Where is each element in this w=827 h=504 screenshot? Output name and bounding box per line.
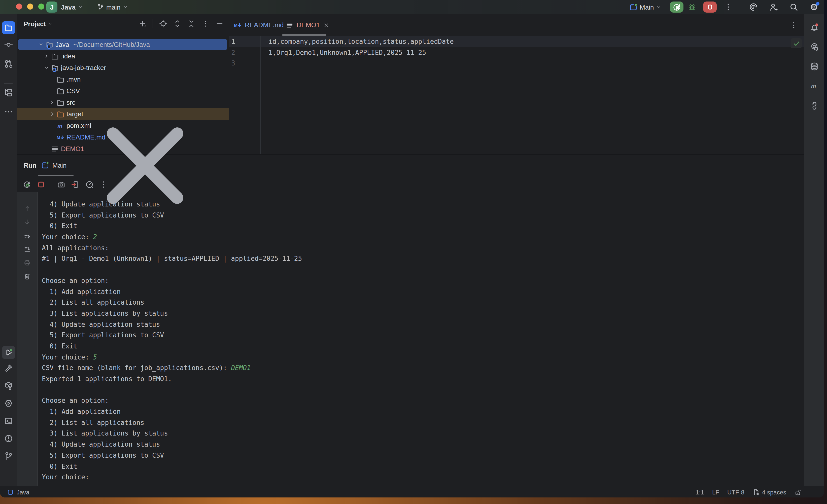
branch-selector[interactable]: main xyxy=(97,0,129,14)
project-selector[interactable]: Java xyxy=(61,0,84,14)
version-control-tool-button[interactable] xyxy=(4,452,13,461)
build-tool-button[interactable] xyxy=(4,363,13,372)
stop-button[interactable] xyxy=(703,2,717,13)
svg-text:M: M xyxy=(234,23,238,28)
txt-file-icon xyxy=(286,21,294,29)
close-icon[interactable] xyxy=(323,21,330,29)
ai-assistant-button[interactable] xyxy=(810,42,819,51)
expand-all-button-icon[interactable] xyxy=(173,20,181,28)
more-button-icon[interactable] xyxy=(99,180,108,189)
console-line: 5) Export applications to CSV xyxy=(42,330,798,341)
console-line: 0) Exit xyxy=(42,221,798,232)
hard-wrap-guide xyxy=(733,36,733,154)
editor-tab-demo1[interactable]: DEMO1 xyxy=(286,14,330,36)
print-button-icon[interactable] xyxy=(23,259,31,266)
left-toolbar-strip xyxy=(0,14,17,486)
folder-icon xyxy=(56,87,64,95)
notifications-button[interactable] xyxy=(810,23,819,32)
editor-line-1[interactable]: 1id,company,position,location,status,app… xyxy=(229,36,804,47)
editor-line-2[interactable]: 21,Org1,Demo1,Unknown1,APPLIED,2025-11-2… xyxy=(229,47,804,58)
run-panel-title[interactable]: Run xyxy=(24,155,37,176)
run-tool-button[interactable] xyxy=(2,346,15,359)
console-line xyxy=(42,385,798,395)
editor-line-3[interactable]: 3 xyxy=(229,58,804,69)
more-tool-windows-button[interactable] xyxy=(4,107,13,116)
options-button-icon[interactable] xyxy=(201,20,209,28)
inspections-widget[interactable] xyxy=(791,38,802,48)
structure-tool-button[interactable] xyxy=(4,88,13,97)
run-config-label: Main xyxy=(640,3,654,11)
zoom-window-button[interactable] xyxy=(38,4,44,10)
chevron-spacer xyxy=(49,134,55,141)
thread-dump-button-icon[interactable] xyxy=(57,180,65,189)
titlebar: J Java main Main xyxy=(0,0,824,15)
tree-item--idea[interactable]: .idea xyxy=(17,50,229,62)
file-encoding[interactable]: UTF-8 xyxy=(727,489,744,496)
search-everywhere-button[interactable] xyxy=(789,3,798,12)
more-actions-button[interactable] xyxy=(724,3,733,12)
gutter-separator xyxy=(260,36,261,154)
exit-button-icon[interactable] xyxy=(71,180,80,189)
commit-tool-button[interactable] xyxy=(4,40,13,49)
run-tab-label: Main xyxy=(52,162,66,169)
status-project[interactable]: Java xyxy=(7,489,30,496)
run-button[interactable] xyxy=(670,2,683,13)
folder-icon xyxy=(51,52,59,60)
divider xyxy=(4,83,13,84)
tree-item--mvn[interactable]: .mvn xyxy=(17,73,229,85)
terminal-tool-button[interactable] xyxy=(4,416,13,425)
next-occurrence-button-icon[interactable] xyxy=(23,218,31,225)
ide-window: J Java main Main xyxy=(0,0,824,497)
chevron-right-icon[interactable] xyxy=(43,53,50,59)
chevron-right-icon[interactable] xyxy=(49,111,55,117)
code-with-me-button[interactable] xyxy=(769,3,778,12)
python-packages-tool-button[interactable] xyxy=(4,381,13,390)
maven-tool-button[interactable]: m xyxy=(810,82,819,91)
pull-requests-tool-button[interactable] xyxy=(4,59,13,68)
problems-tool-button[interactable] xyxy=(4,434,13,443)
rerun-icon xyxy=(672,3,681,11)
stop-button-icon[interactable] xyxy=(37,180,45,189)
chevron-right-icon[interactable] xyxy=(49,99,55,106)
project-tool-button[interactable] xyxy=(2,21,15,34)
console-line: Exported 1 applications to DEMO1. xyxy=(42,373,798,385)
database-tool-button[interactable] xyxy=(810,62,819,71)
line-separator[interactable]: LF xyxy=(712,489,719,496)
code-text: 1,Org1,Demo1,Unknown1,APPLIED,2025-11-25 xyxy=(269,47,426,58)
editor-tab-readme-md[interactable]: MREADME.md xyxy=(234,14,284,36)
tree-item-label: .mvn xyxy=(66,75,81,83)
prev-occurrence-button-icon[interactable] xyxy=(23,205,31,212)
memory-button-icon[interactable] xyxy=(85,180,94,189)
tab-options-button[interactable] xyxy=(790,21,798,29)
python-console-tool-button[interactable] xyxy=(810,101,819,110)
caret-position[interactable]: 1:1 xyxy=(696,489,704,496)
collapse-all-button-icon[interactable] xyxy=(187,20,195,28)
tree-item-java[interactable]: Java~/Documents/GitHub/Java xyxy=(18,39,227,50)
console-output[interactable]: 4) Update application status 5) Export a… xyxy=(38,192,798,486)
scroll-to-end-button-icon[interactable] xyxy=(23,246,31,253)
chevron-down-icon[interactable] xyxy=(38,41,44,48)
ai-assistant-button[interactable] xyxy=(749,3,758,12)
console-line: All applications: xyxy=(42,243,798,254)
soft-wrap-button-icon[interactable] xyxy=(23,232,31,239)
console-line: 1) Add application xyxy=(42,286,798,297)
indent-setting[interactable]: 4 spaces xyxy=(752,488,786,496)
rerun-button-icon[interactable] xyxy=(23,180,31,189)
add-button-icon[interactable] xyxy=(139,20,147,28)
clear-all-button-icon[interactable] xyxy=(23,273,31,280)
no-problems-check-icon xyxy=(792,40,800,47)
debug-button[interactable] xyxy=(687,3,696,12)
console-line: 5) Export applications to CSV xyxy=(42,450,798,461)
tree-item-java-job-tracker[interactable]: java-job-tracker xyxy=(17,62,229,73)
readonly-toggle[interactable] xyxy=(794,488,802,496)
editor-content[interactable]: 1id,company,position,location,status,app… xyxy=(229,36,804,154)
chevron-down-icon[interactable] xyxy=(43,64,50,71)
services-tool-button[interactable] xyxy=(4,399,13,408)
project-panel-title[interactable]: Project xyxy=(24,20,53,28)
locate-file-button-icon[interactable] xyxy=(159,20,167,28)
close-window-button[interactable] xyxy=(16,4,22,10)
hide-button-icon[interactable] xyxy=(215,20,224,28)
run-configuration-selector[interactable]: Main xyxy=(629,0,662,14)
run-tab-main[interactable]: Main xyxy=(41,155,221,176)
minimize-window-button[interactable] xyxy=(27,4,33,10)
